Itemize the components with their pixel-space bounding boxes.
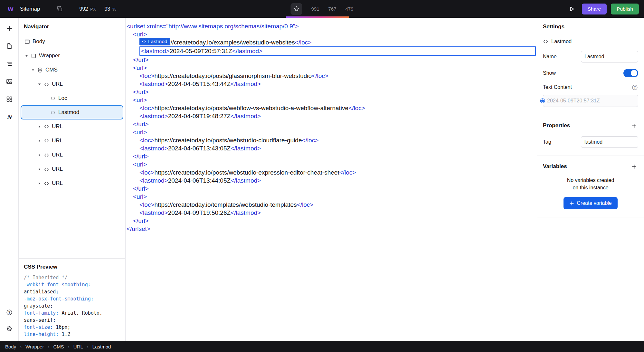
css-preview-line: sans-serif;: [24, 317, 120, 324]
chevron-right-icon[interactable]: [36, 166, 43, 172]
chevron-down-icon[interactable]: [23, 52, 30, 59]
breakpoint-width-991[interactable]: 991: [311, 6, 319, 12]
svg-text:?: ?: [634, 86, 636, 89]
xml-text: 2024-04-09T19:50:26Z: [168, 209, 231, 216]
xml-line[interactable]: <lastmod>2024-04-05T15:43:44Z</lastmod>: [139, 80, 537, 88]
components-button[interactable]: [3, 92, 16, 107]
chevron-down-icon[interactable]: [30, 67, 36, 73]
name-input[interactable]: [581, 51, 638, 62]
xml-line[interactable]: <url>: [133, 96, 537, 104]
tree-item-wrapper[interactable]: Wrapper: [21, 49, 123, 63]
left-toolbar: N ?: [0, 18, 19, 341]
tree-item-lastmod[interactable]: Lastmod: [21, 105, 123, 119]
chevron-right-icon[interactable]: [36, 152, 43, 158]
n-icon: N: [6, 114, 13, 120]
topbar: w Sitemap 992 PX 93 % 991767479 Share Pu…: [0, 0, 644, 18]
xml-line[interactable]: </url>: [133, 217, 537, 225]
copy-button[interactable]: [55, 4, 64, 14]
chevron-down-icon[interactable]: [36, 81, 43, 87]
xml-line[interactable]: <url>: [133, 128, 537, 136]
tree-item-url[interactable]: URL: [21, 162, 123, 176]
xml-line[interactable]: <loc>https://createtoday.io/posts/webstu…: [139, 136, 537, 144]
share-button[interactable]: Share: [582, 4, 607, 14]
marketplace-button[interactable]: N: [3, 109, 16, 124]
xml-line[interactable]: <loc>https://createtoday.io/posts/glassm…: [139, 72, 537, 80]
xml-line[interactable]: <loc>https://createtoday.io/templates/we…: [139, 201, 537, 209]
xml-line[interactable]: <url>: [133, 160, 537, 168]
show-toggle[interactable]: [623, 69, 638, 77]
breadcrumb-item-cms[interactable]: CMS: [53, 344, 64, 349]
project-name: Sitemap: [20, 6, 40, 12]
tree-item-loc[interactable]: Loc: [21, 91, 123, 105]
xml-line[interactable]: </url>: [133, 120, 537, 128]
css-preview-code: /* Inherited */-webkit-font-smoothing:an…: [24, 274, 120, 338]
breakpoint-width-479[interactable]: 479: [346, 6, 354, 12]
create-variable-button[interactable]: Create variable: [564, 197, 618, 209]
xml-tag: </lastmod>: [231, 81, 261, 87]
xml-line[interactable]: <loc>https://createtoday.io/posts/webflo…: [139, 104, 537, 112]
tree-item-url[interactable]: URL: [21, 134, 123, 148]
xml-line[interactable]: </urlset>: [127, 225, 537, 233]
plus-icon: [631, 164, 637, 169]
tag-input[interactable]: [581, 136, 638, 148]
xml-line[interactable]: </url>: [133, 56, 537, 64]
xml-line[interactable]: <url>: [133, 64, 537, 72]
breadcrumb-item-lastmod[interactable]: Lastmod: [92, 344, 111, 349]
tree-item-url[interactable]: URL: [21, 119, 123, 134]
canvas-width-value[interactable]: 992: [79, 6, 88, 12]
tree-item-body[interactable]: Body: [21, 34, 123, 49]
xml-line[interactable]: </url>: [133, 88, 537, 96]
canvas[interactable]: <urlset xmlns="http://www.sitemaps.org/s…: [126, 18, 537, 341]
play-icon: [569, 6, 575, 12]
body-icon: [24, 38, 30, 45]
breakpoint-list: 991767479: [311, 6, 353, 12]
chevron-right-icon[interactable]: [36, 123, 43, 130]
breadcrumb-item-body[interactable]: Body: [5, 344, 16, 349]
breakpoint-star-button[interactable]: [290, 3, 302, 15]
tree-item-url[interactable]: URL: [21, 176, 123, 190]
assets-button[interactable]: [3, 74, 16, 89]
breakpoint-width-767[interactable]: 767: [328, 6, 336, 12]
xml-line[interactable]: Lastmod//createtoday.io/examples/webstud…: [139, 38, 537, 46]
xml-tag: <loc>: [139, 201, 154, 208]
text-content-input[interactable]: [543, 95, 638, 107]
xml-line[interactable]: <lastmod>2024-04-06T13:43:05Z</lastmod>: [139, 144, 537, 152]
add-component-button[interactable]: [3, 21, 16, 36]
xml-line[interactable]: <lastmod>2024-04-06T13:44:05Z</lastmod>: [139, 176, 537, 185]
help-button[interactable]: ?: [3, 305, 16, 320]
preview-button[interactable]: [566, 3, 578, 15]
add-property-button[interactable]: [630, 121, 638, 130]
variables-header: Variables: [537, 162, 644, 171]
webstudio-logo[interactable]: w: [5, 4, 16, 14]
canvas-dimensions[interactable]: 992 PX 93 %: [79, 6, 116, 12]
tree-item-url[interactable]: URL: [21, 77, 123, 91]
xml-line[interactable]: </url>: [133, 152, 537, 160]
tree-item-url[interactable]: URL: [21, 148, 123, 162]
settings-gear-button[interactable]: [3, 321, 16, 336]
variables-title: Variables: [543, 163, 567, 170]
xml-line[interactable]: <url>: [133, 30, 537, 38]
xml-tag: </url>: [133, 217, 149, 224]
pages-button[interactable]: [3, 39, 16, 53]
navigator-button[interactable]: [3, 56, 16, 71]
text-content-help-button[interactable]: ?: [631, 84, 638, 91]
tree-item-label: URL: [52, 123, 63, 130]
breadcrumb-item-wrapper[interactable]: Wrapper: [25, 344, 44, 349]
xml-line-selected[interactable]: <lastmod>2024-05-09T20:57:31Z</lastmod>: [139, 46, 536, 56]
xml-line[interactable]: <lastmod>2024-04-09T19:50:26Z</lastmod>: [139, 209, 537, 217]
breadcrumb-item-url[interactable]: URL: [73, 344, 83, 349]
navigator-icon: [6, 61, 13, 67]
zoom-value[interactable]: 93: [104, 6, 110, 12]
xml-line[interactable]: </url>: [133, 185, 537, 193]
publish-button[interactable]: Publish: [611, 4, 639, 14]
xml-line[interactable]: <urlset xmlns="http://www.sitemaps.org/s…: [127, 22, 537, 30]
chevron-right-icon[interactable]: [36, 180, 43, 186]
tree-item-cms[interactable]: CMS: [21, 63, 123, 77]
chevron-right-icon[interactable]: [36, 138, 43, 144]
add-variable-button[interactable]: [630, 162, 638, 171]
xml-line[interactable]: <loc>https://createtoday.io/posts/webstu…: [139, 168, 537, 176]
selected-instance-chip[interactable]: Lastmod: [139, 38, 170, 45]
binding-dot-indicator[interactable]: [541, 99, 545, 103]
xml-line[interactable]: <url>: [133, 193, 537, 201]
xml-line[interactable]: <lastmod>2024-04-09T19:48:27Z</lastmod>: [139, 112, 537, 120]
